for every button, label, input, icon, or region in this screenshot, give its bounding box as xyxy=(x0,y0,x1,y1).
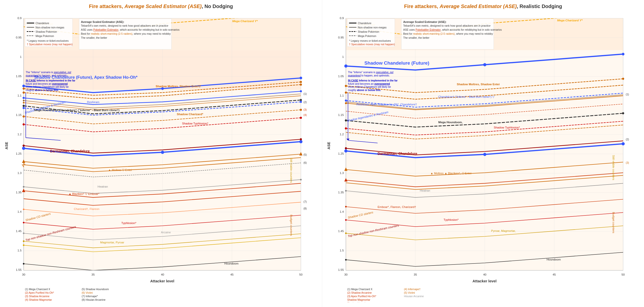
svg-text:† Speculative moves (may not h: † Speculative moves (may not happen) xyxy=(349,43,395,46)
svg-point-71 xyxy=(23,186,24,188)
svg-text:Reshiram: Reshiram xyxy=(87,101,99,104)
svg-text:1.55: 1.55 xyxy=(338,268,344,271)
svg-text:(5) Victini: (5) Victini xyxy=(404,291,415,294)
svg-text:Shadow Pokemon: Shadow Pokemon xyxy=(35,30,57,33)
svg-text:future and becomes an overpowe: future and becomes an overpowered xyxy=(26,82,68,85)
svg-text:Teban54's own metric, designed: Teban54's own metric, designed to rank h… xyxy=(403,24,490,27)
left-chart-svg: 0.9 0.95 1 1.05 1.1 1.15 1.2 1.25 1.3 1.… xyxy=(3,10,319,302)
svg-text:Attacker level: Attacker level xyxy=(472,279,496,283)
svg-point-192 xyxy=(345,85,347,87)
svg-text:40: 40 xyxy=(161,273,164,276)
left-chart-panel: Fire attackers, Average Scaled Estimator… xyxy=(0,0,322,307)
svg-text:1: 1 xyxy=(20,55,21,58)
svg-point-208 xyxy=(345,219,346,221)
svg-text:(2) Shadow Arcanine: (2) Shadow Arcanine xyxy=(347,291,372,294)
svg-text:35: 35 xyxy=(92,273,95,276)
svg-text:0.9: 0.9 xyxy=(18,17,22,20)
svg-point-199 xyxy=(345,127,347,129)
svg-text:(3) Shadow Arcanine: (3) Shadow Arcanine xyxy=(25,295,49,298)
svg-text:50: 50 xyxy=(621,273,625,276)
svg-point-51 xyxy=(300,83,302,85)
svg-text:roughly above or below this.: roughly above or below this. xyxy=(348,89,381,92)
svg-text:Darmanitan, Chandelure: Darmanitan, Chandelure xyxy=(50,149,90,153)
svg-text:(4) Infernape†: (4) Infernape† xyxy=(404,288,420,291)
svg-text:The "Inferno" scenario is spec: The "Inferno" scenario is speculative, n… xyxy=(26,71,71,74)
svg-text:▲ Moltres  ▲ Blaziken*, ▽ Ente: ▲ Moltres ▲ Blaziken*, ▽ Entei xyxy=(430,172,471,175)
right-chart-svg: 0.9 0.95 1 1.05 1.1 1.15 1.2 1.25 1.3 1.… xyxy=(325,10,642,302)
svg-text:Mega Pokemon: Mega Pokemon xyxy=(35,34,54,37)
left-fire-label: Fire attackers, xyxy=(89,4,125,9)
right-fire-label: Fire attackers, xyxy=(404,4,439,9)
svg-text:Pyroar, Magmortar,: Pyroar, Magmortar, xyxy=(491,229,516,232)
svg-text:1.45: 1.45 xyxy=(338,230,344,233)
svg-point-58 xyxy=(23,115,25,117)
svg-text:Reshiram, Apex Shadow Ho-Oh*, : Reshiram, Apex Shadow Ho-Oh*, Chandelure… xyxy=(356,103,417,106)
svg-text:1.2: 1.2 xyxy=(340,133,344,136)
svg-text:Houndoom: Houndoom xyxy=(546,258,560,261)
svg-text:(5) Shadow Houndoom: (5) Shadow Houndoom xyxy=(82,288,109,291)
svg-point-45 xyxy=(22,85,25,87)
svg-text:ASE: ASE xyxy=(5,142,9,150)
svg-text:Chandelure: Chandelure xyxy=(35,22,49,25)
svg-text:1: 1 xyxy=(342,55,344,58)
svg-text:Average Scaled Estimator (ASE): Average Scaled Estimator (ASE): xyxy=(81,20,124,23)
svg-text:Heatran: Heatran xyxy=(420,189,430,192)
svg-text:45: 45 xyxy=(552,273,556,276)
svg-point-198 xyxy=(622,112,624,114)
svg-text:(2) Apex Purified Ho-Oh*: (2) Apex Purified Ho-Oh* xyxy=(25,291,54,294)
svg-text:1.4: 1.4 xyxy=(340,210,344,213)
svg-point-193 xyxy=(622,78,624,80)
svg-text:ASE uses Pokebattler Estimator: ASE uses Pokebattler Estimator, which ac… xyxy=(81,28,180,31)
svg-text:1.3: 1.3 xyxy=(18,171,22,174)
svg-text:Typhlosion*: Typhlosion* xyxy=(444,218,459,221)
svg-point-48 xyxy=(23,87,25,90)
svg-text:* Legacy moves or ticket-exclu: * Legacy moves or ticket-exclusives xyxy=(27,39,69,42)
svg-point-209 xyxy=(345,232,346,234)
svg-text:0.95: 0.95 xyxy=(338,36,344,39)
left-chart-area: 0.9 0.95 1 1.05 1.1 1.15 1.2 1.25 1.3 1.… xyxy=(3,10,319,302)
svg-point-80 xyxy=(23,102,24,103)
svg-text:Still viable counters: Still viable counters xyxy=(290,158,293,183)
svg-text:40: 40 xyxy=(483,273,486,276)
svg-text:1.45: 1.45 xyxy=(16,230,21,233)
svg-text:ASE uses Pokebattler Estimator: ASE uses Pokebattler Estimator, which ac… xyxy=(403,28,502,31)
svg-text:Shadow Typhlosion*: Shadow Typhlosion* xyxy=(494,126,520,129)
svg-text:Attacker level: Attacker level xyxy=(150,279,174,283)
svg-text:Non-shadow non-megas: Non-shadow non-megas xyxy=(35,26,64,29)
svg-point-56 xyxy=(23,107,25,109)
svg-point-189 xyxy=(344,64,347,68)
svg-point-196 xyxy=(345,102,347,104)
svg-text:1.15: 1.15 xyxy=(338,113,344,116)
svg-text:Heatran: Heatran xyxy=(98,185,108,188)
svg-text:(8) Hisuian Arcanine: (8) Hisuian Arcanine xyxy=(82,298,106,301)
svg-text:0.95: 0.95 xyxy=(16,36,21,39)
right-ase-label: Average Scaled Estimator (ASE) xyxy=(439,4,517,9)
svg-text:IN CASE Inferno is implemented: IN CASE Inferno is implemented in the fa… xyxy=(348,79,397,82)
svg-text:Budget counters: Budget counters xyxy=(612,212,615,233)
svg-text:35: 35 xyxy=(414,273,417,276)
svg-text:ASE: ASE xyxy=(327,142,331,150)
svg-text:Best for realistic short-manni: Best for realistic short-manning (2-5 ra… xyxy=(81,32,171,35)
svg-text:Darmanitan, Chandelure: Darmanitan, Chandelure xyxy=(377,152,417,156)
svg-text:(6) Victini: (6) Victini xyxy=(82,291,93,294)
svg-point-210 xyxy=(345,259,346,260)
svg-text:guaranteed to happen, and opti: guaranteed to happen, and optimistic. xyxy=(26,74,68,77)
svg-text:▲ Blaziken*  ▽ Emboar*: ▲ Blaziken* ▽ Emboar* xyxy=(68,192,99,195)
svg-text:Non-shadow non-megas: Non-shadow non-megas xyxy=(358,26,386,29)
svg-point-195 xyxy=(345,100,347,102)
svg-text:Mega Charizard Y*: Mega Charizard Y* xyxy=(232,20,258,23)
svg-text:Emboar*, Flareon, Charizard†: Emboar*, Flareon, Charizard† xyxy=(377,205,416,208)
svg-text:move, Inferno Chandelure will : move, Inferno Chandelure will likely be xyxy=(26,85,69,88)
svg-text:1.1: 1.1 xyxy=(18,94,22,97)
svg-text:future and becomes an overpowe: future and becomes an overpowered xyxy=(348,82,390,85)
svg-point-206 xyxy=(345,190,346,192)
svg-point-203 xyxy=(345,147,347,149)
svg-text:1.35: 1.35 xyxy=(338,191,344,194)
svg-text:Houndoom: Houndoom xyxy=(224,262,238,265)
svg-point-66 xyxy=(300,138,302,140)
svg-text:(6): (6) xyxy=(304,161,307,164)
svg-text:* Legacy moves or ticket-exclu: * Legacy moves or ticket-exclusives xyxy=(349,39,391,42)
main-container: Fire attackers, Average Scaled Estimator… xyxy=(0,0,644,307)
svg-point-61 xyxy=(300,117,302,119)
svg-text:(1) Mega Charizard X: (1) Mega Charizard X xyxy=(25,288,50,291)
